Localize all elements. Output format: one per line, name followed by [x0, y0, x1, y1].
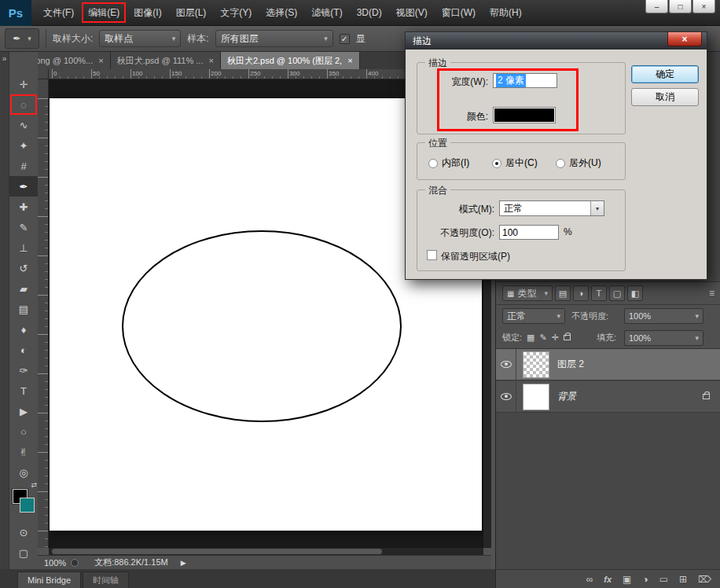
- layer-thumbnail[interactable]: [523, 384, 549, 410]
- close-button[interactable]: ×: [692, 0, 715, 13]
- caret-down-icon: ▾: [28, 35, 31, 42]
- new-group-icon[interactable]: ▭: [659, 574, 668, 585]
- status-expand-icon[interactable]: ▶: [181, 559, 186, 567]
- gradient-tool[interactable]: ▤: [9, 299, 38, 319]
- panel-menu-icon[interactable]: ≡: [709, 288, 714, 299]
- quick-mask-button[interactable]: ⊙: [9, 522, 38, 542]
- type-tool[interactable]: T: [9, 380, 38, 401]
- layer-thumbnail[interactable]: [523, 351, 549, 378]
- cancel-button[interactable]: 取消: [631, 88, 699, 106]
- pen-tool[interactable]: ✑: [9, 360, 38, 380]
- opacity-input[interactable]: 100: [499, 225, 559, 240]
- blur-tool[interactable]: ♦: [9, 319, 38, 340]
- filter-smart-object-icon[interactable]: ◧: [627, 285, 643, 301]
- ok-button[interactable]: 确定: [631, 65, 699, 83]
- healing-brush-tool[interactable]: ✚: [9, 197, 38, 217]
- maximize-button[interactable]: □: [669, 0, 692, 13]
- eraser-tool[interactable]: ▰: [9, 278, 38, 299]
- width-input[interactable]: 2 像素: [493, 73, 557, 88]
- lock-pixels-icon[interactable]: ✎: [539, 333, 546, 343]
- menu-filter[interactable]: 滤镜(T): [304, 0, 349, 26]
- background-color-swatch[interactable]: [20, 498, 35, 513]
- menu-image[interactable]: 图像(I): [127, 0, 168, 26]
- fill-select[interactable]: 100% ▾: [624, 330, 703, 346]
- link-layers-icon[interactable]: ∞: [586, 574, 593, 585]
- menu-select[interactable]: 选择(S): [259, 0, 304, 26]
- layer-row-background[interactable]: 背景: [496, 381, 720, 413]
- lock-transparent-icon[interactable]: ▦: [527, 333, 534, 343]
- zoom-tool[interactable]: ◎: [9, 462, 38, 483]
- collapse-panels-icon[interactable]: »: [0, 52, 9, 63]
- lock-buttons: ▦ ✎ ✛: [527, 333, 571, 343]
- hand-tool[interactable]: ✌: [9, 442, 38, 462]
- menu-layer[interactable]: 图层(L): [169, 0, 214, 26]
- layer-row-selected[interactable]: 图层 2: [496, 349, 720, 380]
- menu-help[interactable]: 帮助(H): [483, 0, 529, 26]
- preserve-transparency-checkbox[interactable]: [427, 250, 437, 260]
- ellipse-tool[interactable]: ○: [9, 421, 38, 442]
- screen-mode-button[interactable]: ▢: [9, 542, 38, 563]
- filter-pixel-layers-icon[interactable]: ▤: [555, 285, 571, 301]
- lasso-tool[interactable]: ∿: [9, 115, 38, 135]
- eyedropper-tool[interactable]: ✒: [9, 176, 38, 197]
- swap-colors-icon[interactable]: ⇄: [31, 481, 37, 489]
- filter-type-layers-icon[interactable]: T: [591, 285, 607, 301]
- quick-selection-tool[interactable]: ✦: [9, 135, 38, 156]
- clone-stamp-tool[interactable]: ⊥: [9, 237, 38, 258]
- brush-tool[interactable]: ✎: [9, 217, 38, 237]
- scrollbar-thumb[interactable]: [52, 549, 382, 554]
- tab-timeline[interactable]: 时间轴: [83, 571, 129, 588]
- layer-name[interactable]: 背景: [557, 390, 576, 403]
- filter-shape-layers-icon[interactable]: ▢: [609, 285, 625, 301]
- delete-layer-icon[interactable]: ⌦: [698, 574, 711, 585]
- menu-file[interactable]: 文件(F): [36, 0, 81, 26]
- blend-mode-select[interactable]: 正常 ▾: [502, 308, 565, 324]
- menu-window[interactable]: 窗口(W): [435, 0, 483, 26]
- history-brush-tool[interactable]: ↺: [9, 258, 38, 278]
- dialog-titlebar[interactable]: 描边: [406, 32, 707, 50]
- close-tab-icon[interactable]: ×: [208, 56, 213, 65]
- radio-outside[interactable]: 居外(U): [556, 156, 601, 170]
- crop-tool[interactable]: #: [9, 156, 38, 176]
- adjustment-layer-icon[interactable]: ◑: [642, 574, 648, 585]
- minimize-button[interactable]: –: [645, 0, 668, 13]
- stroke-color-swatch[interactable]: [493, 107, 556, 123]
- sample-layers-select[interactable]: 所有图层 ▾: [215, 30, 333, 47]
- close-tab-icon[interactable]: ×: [347, 56, 352, 65]
- zoom-level[interactable]: 100%: [44, 558, 66, 568]
- horizontal-scrollbar[interactable]: [49, 548, 483, 555]
- close-tab-icon[interactable]: ×: [98, 56, 103, 65]
- layer-name[interactable]: 图层 2: [557, 358, 584, 371]
- new-layer-icon[interactable]: ⊞: [679, 574, 687, 585]
- opacity-select[interactable]: 100% ▾: [624, 308, 703, 324]
- radio-selected-icon: [492, 159, 501, 168]
- doc-tab-2[interactable]: 秋田犬.psd @ 111% ... ×: [111, 52, 221, 69]
- path-selection-tool[interactable]: ▶: [9, 401, 38, 421]
- lock-position-icon[interactable]: ✛: [552, 333, 559, 343]
- menu-view[interactable]: 视图(V): [389, 0, 435, 26]
- layer-mask-icon[interactable]: ▣: [623, 574, 631, 585]
- filter-kind-select[interactable]: ▦ 类型 ▾: [502, 285, 553, 301]
- layer-effects-icon[interactable]: fx: [604, 575, 612, 584]
- visibility-toggle[interactable]: [496, 381, 516, 413]
- sample-size-select[interactable]: 取样点 ▾: [99, 30, 181, 47]
- dodge-tool[interactable]: ◐: [9, 340, 38, 360]
- radio-inside[interactable]: 内部(I): [428, 156, 469, 170]
- move-tool[interactable]: ✛: [9, 74, 38, 94]
- tab-mini-bridge[interactable]: Mini Bridge: [17, 571, 81, 588]
- menu-3d[interactable]: 3D(D): [350, 0, 389, 26]
- menu-edit[interactable]: 编辑(E): [81, 0, 127, 26]
- visibility-toggle[interactable]: [496, 349, 516, 380]
- lock-all-icon[interactable]: [564, 335, 571, 340]
- dialog-close-button[interactable]: ×: [667, 32, 702, 46]
- position-group: 位置 内部(I) 居中(C) 居外(U): [417, 142, 626, 180]
- filter-adjustment-layers-icon[interactable]: ◑: [573, 285, 589, 301]
- stroke-group-legend: 描边: [425, 57, 450, 70]
- elliptical-marquee-tool[interactable]: ◌: [9, 94, 38, 115]
- show-sampling-ring-checkbox[interactable]: ✓: [340, 34, 350, 44]
- menu-type[interactable]: 文字(Y): [213, 0, 259, 26]
- doc-tab-3-active[interactable]: 秋田犬2.psd @ 100% (图层 2, ×: [221, 52, 360, 69]
- mode-select[interactable]: 正常 ▾: [499, 200, 604, 216]
- radio-center[interactable]: 居中(C): [492, 156, 538, 170]
- tool-preset-button[interactable]: ✒ ▾: [5, 28, 39, 49]
